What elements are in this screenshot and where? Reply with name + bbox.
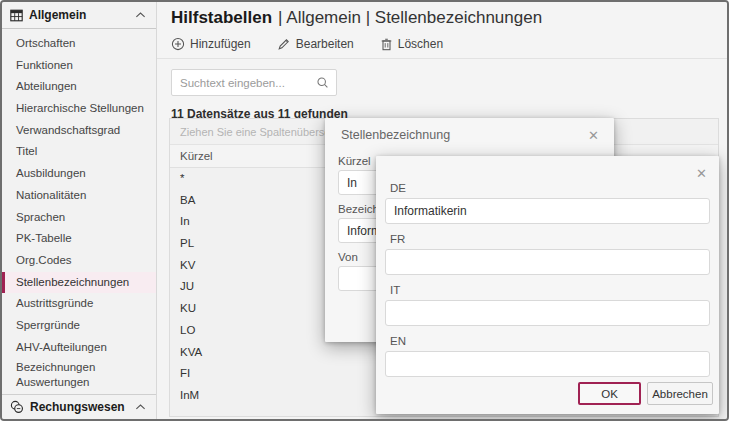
toolbar: Hinzufügen Bearbeiten xyxy=(171,37,727,51)
dialog-translations: ✕ DE FR IT EN OK Abbrechen xyxy=(376,156,719,414)
close-icon[interactable]: ✕ xyxy=(588,129,599,142)
sidebar-item-sperrgruende[interactable]: Sperrgründe xyxy=(2,315,156,337)
dialog-form: DE FR IT EN xyxy=(385,182,710,386)
sidebar-item-bezeichnungen-auswertungen[interactable]: Bezeichnungen Auswertungen xyxy=(2,358,132,391)
delete-button[interactable]: Löschen xyxy=(380,37,443,51)
sidebar-section-rechungswesen[interactable]: Rechungswesen xyxy=(2,394,156,419)
edit-button[interactable]: Bearbeiten xyxy=(277,37,354,51)
sidebar-item-pk-tabelle[interactable]: PK-Tabelle xyxy=(2,228,156,250)
sidebar-item-ortschaften[interactable]: Ortschaften xyxy=(2,33,156,55)
app-window: Allgemein Ortschaften Funktionen Abteilu… xyxy=(0,0,729,421)
table-grid-icon xyxy=(10,9,23,22)
it-label: IT xyxy=(390,284,710,296)
sidebar-item-org-codes[interactable]: Org.Codes xyxy=(2,250,156,272)
it-field[interactable] xyxy=(385,300,710,326)
sidebar-item-nationalitaeten[interactable]: Nationalitäten xyxy=(2,185,156,207)
pencil-icon xyxy=(277,37,291,51)
search-box xyxy=(171,69,337,96)
sidebar-item-stellenbezeichnungen[interactable]: Stellenbezeichnungen xyxy=(2,272,156,294)
trash-icon xyxy=(380,37,393,51)
cancel-button[interactable]: Abbrechen xyxy=(647,382,713,405)
chevron-up-icon[interactable] xyxy=(135,403,146,411)
sidebar-item-verwandschaftsgrad[interactable]: Verwandschaftsgrad xyxy=(2,120,156,142)
fr-label: FR xyxy=(390,233,710,245)
add-button[interactable]: Hinzufügen xyxy=(171,37,251,51)
sidebar-item-titel[interactable]: Titel xyxy=(2,141,156,163)
de-field[interactable] xyxy=(385,198,710,224)
sidebar-item-ausbildungen[interactable]: Ausbildungen xyxy=(2,163,156,185)
dialog-buttons: OK Abbrechen xyxy=(578,382,713,405)
sidebar: Allgemein Ortschaften Funktionen Abteilu… xyxy=(2,2,157,419)
dialog-title: Stellenbezeichnung xyxy=(341,128,450,142)
delete-button-label: Löschen xyxy=(398,37,443,51)
von-field[interactable] xyxy=(338,266,380,291)
toolbar-divider xyxy=(157,58,727,59)
close-icon[interactable]: ✕ xyxy=(696,167,707,180)
sidebar-section-label: Allgemein xyxy=(29,8,86,22)
breadcrumb: | Allgemein | Stellenbezeichnungen xyxy=(278,8,542,27)
de-label: DE xyxy=(390,182,710,194)
add-button-label: Hinzufügen xyxy=(190,37,251,51)
search-icon[interactable] xyxy=(316,76,329,89)
sidebar-item-abteilungen[interactable]: Abteilungen xyxy=(2,76,156,98)
page-title-module: Hilfstabellen xyxy=(171,8,272,27)
search-input[interactable] xyxy=(172,70,336,95)
kuerzel-field[interactable] xyxy=(338,170,380,195)
fr-field[interactable] xyxy=(385,249,710,275)
sidebar-section-label: Rechungswesen xyxy=(30,400,125,414)
sidebar-section-allgemein[interactable]: Allgemein xyxy=(2,2,156,29)
en-field[interactable] xyxy=(385,351,710,377)
sidebar-item-austrittsgruende[interactable]: Austrittsgründe xyxy=(2,293,156,315)
edit-button-label: Bearbeiten xyxy=(296,37,354,51)
sidebar-item-ahv-aufteilungen[interactable]: AHV-Aufteilungen xyxy=(2,337,156,359)
sidebar-item-funktionen[interactable]: Funktionen xyxy=(2,55,156,77)
sidebar-item-sprachen[interactable]: Sprachen xyxy=(2,207,156,229)
page-title: Hilfstabellen| Allgemein | Stellenbezeic… xyxy=(171,8,727,28)
plus-circle-icon xyxy=(171,37,185,51)
en-label: EN xyxy=(390,335,710,347)
sidebar-item-hierarchische-stellungen[interactable]: Hierarchische Stellungen xyxy=(2,98,156,120)
ok-button[interactable]: OK xyxy=(578,382,641,405)
finance-icon xyxy=(10,400,24,414)
chevron-up-icon[interactable] xyxy=(135,11,146,19)
